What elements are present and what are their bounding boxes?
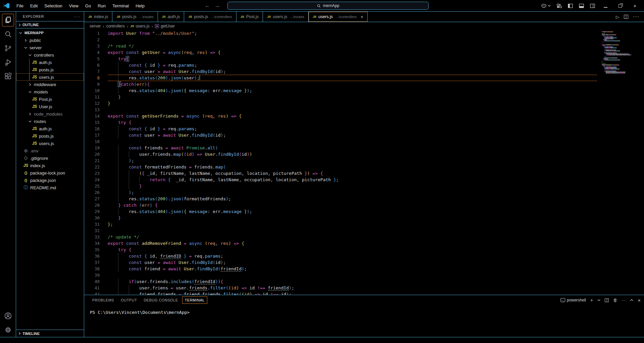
- nav-back-icon[interactable]: ←: [205, 3, 210, 9]
- code-line-4[interactable]: 4export const getUser = async(req, res) …: [84, 49, 644, 56]
- code-line-22[interactable]: 22 const formattedFriends = friends.map(: [84, 164, 644, 170]
- code-line-2[interactable]: 2: [84, 37, 644, 43]
- code-line-16[interactable]: 16 const { id } = req.params;: [84, 126, 644, 132]
- terminal-dropdown-icon[interactable]: [597, 299, 600, 301]
- explorer-more-actions[interactable]: ···: [74, 14, 80, 19]
- menu-item-run[interactable]: Run: [95, 2, 109, 10]
- tree-item-node-modules[interactable]: node_modules: [16, 110, 84, 118]
- extensions-icon[interactable]: [1, 69, 15, 83]
- tree-item--env[interactable]: ⚙.env: [16, 147, 84, 154]
- code-line-23[interactable]: 23 ({ _id, firstName, lastName, occupati…: [84, 170, 644, 177]
- code-line-13[interactable]: 13: [84, 107, 644, 113]
- code-line-17[interactable]: 17 const user = await User.findById(id);: [84, 132, 644, 138]
- tree-item--gitignore[interactable]: .gitignore: [16, 154, 84, 162]
- code-line-42[interactable]: 42 friend.friends = friend.friends.filte…: [84, 291, 644, 295]
- breadcrumb-item-controllers[interactable]: controllers: [106, 24, 125, 28]
- editor-more-actions[interactable]: ···: [633, 14, 639, 20]
- tab-users-js[interactable]: JSusers.js...\routes: [263, 12, 309, 22]
- code-line-28[interactable]: 28 } catch (err) {: [84, 202, 644, 208]
- code-line-30[interactable]: 30 }: [84, 215, 644, 221]
- tree-item-package-json[interactable]: {}package.json: [16, 177, 84, 184]
- tree-root-mernapp[interactable]: MERNAPP: [16, 29, 84, 37]
- restore-button[interactable]: [616, 3, 625, 9]
- code-line-32[interactable]: 32: [84, 227, 644, 234]
- panel-tab-terminal[interactable]: TERMINAL: [182, 296, 208, 304]
- code-line-26[interactable]: 26 );: [84, 189, 644, 196]
- split-terminal-button[interactable]: [605, 298, 609, 302]
- code-line-37[interactable]: 37 const user = await User.findById(id);: [84, 259, 644, 266]
- minimap[interactable]: [602, 31, 635, 74]
- tree-item-auth-js[interactable]: JSauth.js: [16, 59, 84, 66]
- close-window-button[interactable]: ×: [631, 3, 639, 9]
- tree-item-controllers[interactable]: controllers: [16, 51, 84, 59]
- toggle-sidebar-icon[interactable]: [568, 4, 573, 8]
- tree-item-package-lock-json[interactable]: {}package-lock.json: [16, 169, 84, 177]
- code-line-9[interactable]: 9 }catch(err){: [84, 81, 644, 87]
- code-line-20[interactable]: 20 user.friends.map((id) => User.findByI…: [84, 151, 644, 157]
- code-line-21[interactable]: 21 );: [84, 157, 644, 164]
- copilot-menu[interactable]: [541, 3, 551, 8]
- code-line-35[interactable]: 35 try {: [84, 247, 644, 253]
- toggle-panel-icon[interactable]: [579, 4, 584, 8]
- breadcrumb-item-server[interactable]: server: [90, 24, 101, 28]
- settings-gear-icon[interactable]: [1, 323, 15, 337]
- panel-tab-problems[interactable]: PROBLEMS: [90, 296, 117, 304]
- account-icon[interactable]: [1, 309, 15, 323]
- tree-item-post-js[interactable]: JSPost.js: [16, 95, 84, 103]
- tree-item-users-js[interactable]: JSusers.js: [16, 140, 84, 147]
- tree-item-server[interactable]: server: [16, 44, 84, 51]
- tree-item-models[interactable]: models: [16, 88, 84, 95]
- code-line-11[interactable]: 11 }: [84, 94, 644, 100]
- maximize-panel-icon[interactable]: [630, 299, 633, 301]
- run-debug-icon[interactable]: [1, 55, 15, 69]
- code-line-1[interactable]: 1import User from "../models/User";: [84, 30, 644, 37]
- tree-item-auth-js[interactable]: JSauth.js: [16, 125, 84, 132]
- tab-posts-js[interactable]: JSposts.js...\routes: [112, 12, 158, 22]
- code-line-41[interactable]: 41 user.friens = user.friends.filter((id…: [84, 285, 644, 291]
- minimize-button[interactable]: [601, 3, 610, 9]
- tree-item-user-js[interactable]: JSUser.js: [16, 103, 84, 110]
- tree-item-posts-js[interactable]: JSposts.js: [16, 66, 84, 73]
- tree-item-middleware[interactable]: middleware: [16, 81, 84, 88]
- menu-item-edit[interactable]: Edit: [27, 2, 41, 10]
- toggle-secondary-sidebar-icon[interactable]: [590, 4, 595, 8]
- tree-item-users-js[interactable]: JSusers.js: [16, 73, 84, 81]
- code-line-10[interactable]: 10 res.status(404).json({ message: err.m…: [84, 87, 644, 94]
- close-panel-button[interactable]: ×: [638, 297, 641, 303]
- code-line-24[interactable]: 24 return { _id, firstName, lastName, oc…: [84, 177, 644, 183]
- tab-post-js[interactable]: JSPost.js: [236, 12, 263, 22]
- kill-terminal-trash-icon[interactable]: [613, 298, 617, 302]
- code-line-12[interactable]: 12}: [84, 100, 644, 107]
- code-line-5[interactable]: 5 try{: [84, 56, 644, 62]
- menu-item-file[interactable]: File: [13, 2, 26, 10]
- breadcrumb-item-getuser[interactable]: getUser: [155, 24, 175, 28]
- close-tab-icon[interactable]: ×: [361, 14, 363, 19]
- tree-item-posts-js[interactable]: JSposts.js: [16, 132, 84, 140]
- code-line-36[interactable]: 36 const { id, friendID } = req.params;: [84, 253, 644, 259]
- code-line-15[interactable]: 15 try {: [84, 119, 644, 126]
- menu-item-terminal[interactable]: Terminal: [109, 2, 132, 10]
- customize-layout-icon[interactable]: [557, 4, 562, 8]
- terminal-instance[interactable]: >_ powershell: [560, 298, 586, 302]
- code-line-14[interactable]: 14export const getUserFriends = async (r…: [84, 113, 644, 119]
- menu-item-go[interactable]: Go: [82, 2, 94, 10]
- code-line-19[interactable]: 19 const friends = await Promise.all(: [84, 145, 644, 151]
- panel-tab-debug-console[interactable]: DEBUG CONSOLE: [141, 296, 180, 304]
- code-line-40[interactable]: 40 if(user.friends.includes(friendId)){: [84, 278, 644, 285]
- explorer-icon[interactable]: [1, 13, 15, 27]
- split-editor-button[interactable]: [624, 15, 628, 19]
- tab-posts-js[interactable]: JSposts.js...\controllers: [184, 12, 236, 22]
- breadcrumb-item-users-js[interactable]: JSusers.js: [130, 24, 149, 28]
- code-line-38[interactable]: 38 const friend = await User.findById(fr…: [84, 266, 644, 272]
- search-icon[interactable]: [1, 27, 15, 41]
- tree-item-routes[interactable]: routes: [16, 118, 84, 125]
- code-line-29[interactable]: 29 res.status(404).json({ message: err.m…: [84, 208, 644, 215]
- code-line-33[interactable]: 33/* update */: [84, 234, 644, 240]
- code-line-34[interactable]: 34export const addRemoveFriend = async (…: [84, 240, 644, 247]
- menu-item-selection[interactable]: Selection: [41, 2, 65, 10]
- code-line-6[interactable]: 6 const { id } = req.params;: [84, 62, 644, 68]
- tab-index-js[interactable]: JSindex.js: [84, 12, 112, 22]
- tab-users-js[interactable]: JSusers.js...\controllers×: [309, 12, 368, 22]
- code-editor[interactable]: 1import User from "../models/User";23/* …: [84, 30, 644, 295]
- code-line-25[interactable]: 25 }: [84, 183, 644, 189]
